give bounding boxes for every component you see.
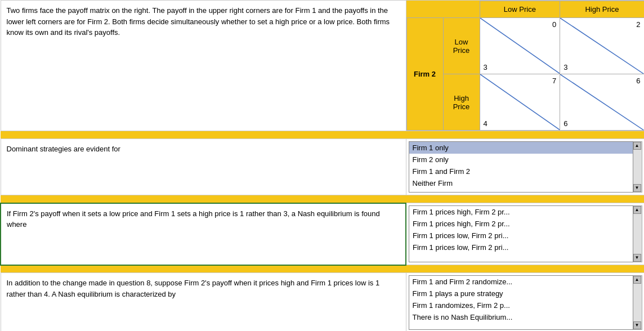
matrix-firm2-spacer	[443, 1, 480, 18]
nash-listbox-wrapper[interactable]: Firm 1 prices high, Firm 2 pr... Firm 1 …	[409, 205, 642, 262]
addition-question-text: In addition to the change made in questi…	[7, 279, 380, 298]
payoff-description-cell: Two firms face the payoff matrix on the …	[1, 1, 406, 131]
svg-line-2	[480, 74, 560, 130]
dominant-question-cell: Dominant strategies are evident for	[1, 139, 406, 195]
dominant-scroll-down[interactable]: ▼	[633, 184, 641, 192]
matrix-row-header-high: HighPrice	[443, 74, 480, 131]
nash-scrollbar[interactable]: ▲ ▼	[633, 205, 642, 262]
nash-scroll-down[interactable]: ▼	[633, 254, 641, 262]
addition-question-cell: In addition to the change made in questi…	[1, 273, 406, 332]
matrix-cell-hh: 6 6	[560, 74, 644, 131]
nash-listbox[interactable]: Firm 1 prices high, Firm 2 pr... Firm 1 …	[409, 205, 633, 262]
nash-option-2[interactable]: Firm 1 prices low, Firm 2 pri...	[409, 230, 633, 241]
dominant-scrollbar[interactable]: ▲ ▼	[633, 141, 642, 193]
addition-listbox[interactable]: Firm 1 and Firm 2 randomize... Firm 1 pl…	[409, 275, 633, 330]
matrix-corner-empty	[406, 1, 443, 18]
nash-answer-cell[interactable]: Firm 1 prices high, Firm 2 pr... Firm 1 …	[406, 203, 644, 265]
payoff-matrix-cell: Low Price High Price Firm 2 LowPrice	[406, 1, 644, 131]
firm2-label: Firm 2	[406, 18, 443, 131]
dominant-option-3[interactable]: Neither Firm	[409, 177, 633, 189]
nash-scroll-up[interactable]: ▲	[633, 206, 641, 214]
cell-hl-tr: 7	[552, 77, 556, 85]
addition-option-2[interactable]: Firm 1 randomizes, Firm 2 p...	[409, 299, 633, 311]
spacer-row-3	[1, 265, 644, 273]
addition-listbox-wrapper[interactable]: Firm 1 and Firm 2 randomize... Firm 1 pl…	[409, 275, 642, 330]
addition-scroll-down[interactable]: ▼	[633, 321, 641, 329]
nash-question-text: If Firm 2's payoff when it sets a low pr…	[7, 209, 380, 229]
addition-answer-cell[interactable]: Firm 1 and Firm 2 randomize... Firm 1 pl…	[406, 273, 644, 332]
dominant-option-2[interactable]: Firm 1 and Firm 2	[409, 166, 633, 177]
addition-scroll-up[interactable]: ▲	[633, 276, 641, 284]
matrix-col-header-low: Low Price	[480, 1, 560, 18]
addition-scrollbar[interactable]: ▲ ▼	[633, 275, 642, 330]
cell-lh-bl: 3	[564, 63, 567, 71]
cell-ll-tr: 0	[552, 20, 556, 29]
dominant-listbox-wrapper[interactable]: Firm 1 only Firm 2 only Firm 1 and Firm …	[409, 141, 642, 193]
dominant-option-0[interactable]: Firm 1 only	[409, 142, 633, 154]
svg-line-3	[560, 74, 643, 130]
matrix-row-header-low: LowPrice	[443, 18, 480, 74]
nash-option-3[interactable]: Firm 1 prices low, Firm 2 pri...	[409, 241, 633, 253]
addition-option-0[interactable]: Firm 1 and Firm 2 randomize...	[409, 276, 633, 288]
nash-option-0[interactable]: Firm 1 prices high, Firm 2 pr...	[409, 206, 633, 218]
nash-question-cell: If Firm 2's payoff when it sets a low pr…	[1, 203, 406, 265]
svg-line-1	[560, 18, 643, 74]
svg-line-0	[480, 18, 560, 74]
dominant-scroll-up[interactable]: ▲	[633, 142, 641, 150]
addition-option-3[interactable]: There is no Nash Equilibrium...	[409, 311, 633, 323]
cell-hh-tr: 6	[636, 77, 640, 85]
dominant-option-1[interactable]: Firm 2 only	[409, 154, 633, 166]
addition-option-1[interactable]: Firm 1 plays a pure strategy	[409, 288, 633, 299]
spacer-row-1	[1, 131, 644, 139]
cell-hh-bl: 6	[564, 119, 567, 128]
dominant-question-text: Dominant strategies are evident for	[7, 145, 120, 153]
matrix-col-header-high: High Price	[560, 1, 644, 18]
cell-hl-bl: 4	[484, 119, 488, 128]
matrix-cell-hl: 7 4	[480, 74, 560, 131]
cell-ll-bl: 3	[484, 63, 488, 71]
matrix-cell-lh: 2 3	[560, 18, 644, 74]
matrix-cell-ll: 0 3	[480, 18, 560, 74]
spacer-row-2	[1, 195, 644, 203]
nash-option-1[interactable]: Firm 1 prices high, Firm 2 pr...	[409, 218, 633, 230]
cell-lh-tr: 2	[636, 20, 640, 29]
dominant-listbox[interactable]: Firm 1 only Firm 2 only Firm 1 and Firm …	[409, 141, 633, 193]
dominant-answer-cell[interactable]: Firm 1 only Firm 2 only Firm 1 and Firm …	[406, 139, 644, 195]
payoff-description-text: Two firms face the payoff matrix on the …	[7, 5, 400, 38]
